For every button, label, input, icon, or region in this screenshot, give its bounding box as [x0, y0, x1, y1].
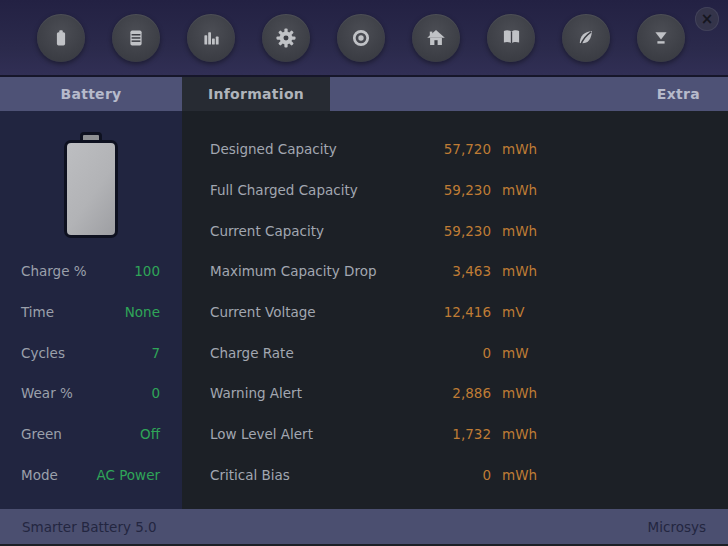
info-unit: mW: [502, 345, 540, 361]
app-title: Smarter Battery 5.0: [22, 519, 157, 535]
info-row: Charge Rate 0 mW: [182, 332, 728, 373]
stat-label: Green: [21, 426, 140, 442]
info-value: 12,416: [391, 304, 491, 320]
gear-icon: [273, 25, 299, 51]
toolbar: ×: [0, 0, 728, 77]
info-label: Maximum Capacity Drop: [210, 263, 391, 279]
tab-label: Information: [208, 86, 304, 102]
bar-chart-icon-button[interactable]: [187, 14, 235, 62]
battery-stat-row: Mode AC Power: [0, 454, 182, 495]
information-list: Designed Capacity 57,720 mWh Full Charge…: [182, 129, 728, 495]
target-icon: [349, 26, 373, 50]
content-area: Charge % 100 Time None Cycles 7 Wear % 0…: [0, 111, 728, 509]
info-label: Designed Capacity: [210, 141, 391, 157]
stat-label: Wear %: [21, 385, 151, 401]
tab-bar: Battery Information Extra: [0, 77, 728, 111]
stat-label: Charge %: [21, 263, 134, 279]
battery-stat-row: Time None: [0, 292, 182, 333]
stat-label: Mode: [21, 467, 96, 483]
info-value: 1,732: [391, 426, 491, 442]
info-value: 57,720: [391, 141, 491, 157]
info-row: Current Capacity 59,230 mWh: [182, 210, 728, 251]
info-unit: mWh: [502, 263, 540, 279]
book-icon: [499, 25, 524, 50]
gear-icon-button[interactable]: [262, 14, 310, 62]
target-icon-button[interactable]: [337, 14, 385, 62]
battery-icon: [49, 26, 73, 50]
tab-label: Extra: [657, 86, 700, 102]
home-icon-button[interactable]: [412, 14, 460, 62]
info-value: 59,230: [391, 182, 491, 198]
stat-value: AC Power: [96, 467, 160, 483]
status-bar: Smarter Battery 5.0 Microsys: [0, 509, 728, 544]
info-row: Designed Capacity 57,720 mWh: [182, 129, 728, 170]
app-window: × Battery Information Extra Charge % 100…: [0, 0, 728, 546]
info-value: 2,886: [391, 385, 491, 401]
stat-value: 100: [134, 263, 160, 279]
battery-stat-row: Green Off: [0, 414, 182, 455]
tab-label: Battery: [60, 86, 121, 102]
info-row: Full Charged Capacity 59,230 mWh: [182, 170, 728, 211]
info-row: Maximum Capacity Drop 3,463 mWh: [182, 251, 728, 292]
info-unit: mWh: [502, 385, 540, 401]
home-icon: [424, 26, 448, 50]
info-value: 3,463: [391, 263, 491, 279]
info-unit: mWh: [502, 467, 540, 483]
info-label: Warning Alert: [210, 385, 391, 401]
info-unit: mWh: [502, 182, 540, 198]
info-row: Current Voltage 12,416 mV: [182, 292, 728, 333]
information-panel: Designed Capacity 57,720 mWh Full Charge…: [182, 111, 728, 509]
battery-graphic-body: [64, 140, 118, 238]
vendor-name: Microsys: [648, 519, 706, 535]
leaf-icon-button[interactable]: [562, 14, 610, 62]
close-icon: ×: [701, 12, 714, 27]
info-unit: mWh: [502, 426, 540, 442]
battery-icon-button[interactable]: [37, 14, 85, 62]
info-unit: mWh: [502, 223, 540, 239]
info-row: Critical Bias 0 mWh: [182, 455, 728, 496]
battery-stat-row: Wear % 0: [0, 373, 182, 414]
bar-chart-icon: [199, 26, 223, 50]
battery-stat-row: Charge % 100: [0, 251, 182, 292]
info-value: 0: [391, 345, 491, 361]
stat-label: Time: [21, 304, 125, 320]
info-label: Critical Bias: [210, 467, 391, 483]
book-icon-button[interactable]: [487, 14, 535, 62]
funnel-icon-button[interactable]: [637, 14, 685, 62]
info-label: Low Level Alert: [210, 426, 391, 442]
info-row: Warning Alert 2,886 mWh: [182, 373, 728, 414]
battery-summary-panel: Charge % 100 Time None Cycles 7 Wear % 0…: [0, 111, 182, 509]
info-value: 59,230: [391, 223, 491, 239]
tab-extra[interactable]: Extra: [657, 77, 728, 111]
funnel-icon: [649, 26, 673, 50]
info-label: Full Charged Capacity: [210, 182, 391, 198]
tab-information[interactable]: Information: [182, 77, 330, 111]
tab-battery[interactable]: Battery: [0, 77, 182, 111]
leaf-icon: [574, 26, 598, 50]
battery-stats-list: Charge % 100 Time None Cycles 7 Wear % 0…: [0, 251, 182, 495]
info-label: Current Capacity: [210, 223, 391, 239]
list-icon-button[interactable]: [112, 14, 160, 62]
info-label: Charge Rate: [210, 345, 391, 361]
close-button[interactable]: ×: [695, 7, 719, 31]
stat-value: 0: [151, 385, 160, 401]
stat-value: 7: [151, 345, 160, 361]
list-icon: [124, 26, 148, 50]
info-unit: mV: [502, 304, 540, 320]
battery-level-graphic: [64, 132, 118, 238]
stat-value: Off: [140, 426, 160, 442]
info-label: Current Voltage: [210, 304, 391, 320]
info-unit: mWh: [502, 141, 540, 157]
battery-stat-row: Cycles 7: [0, 332, 182, 373]
info-row: Low Level Alert 1,732 mWh: [182, 414, 728, 455]
info-value: 0: [391, 467, 491, 483]
stat-label: Cycles: [21, 345, 151, 361]
stat-value: None: [125, 304, 160, 320]
